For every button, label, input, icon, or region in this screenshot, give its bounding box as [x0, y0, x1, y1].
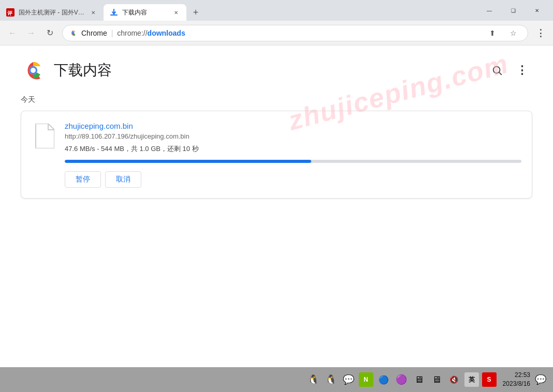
tab-2[interactable]: 下载内容 ✕: [104, 4, 186, 21]
download-card: zhujiceping.com.bin http://89.106.207.19…: [21, 111, 532, 199]
address-bar[interactable]: Chrome | chrome://downloads ⬆ ☆: [62, 25, 528, 41]
taskbar-notify-button[interactable]: 💬: [532, 371, 549, 388]
cancel-button[interactable]: 取消: [105, 171, 141, 188]
more-options-button[interactable]: ⋮: [512, 60, 532, 81]
clock-date: 2023/8/16: [503, 380, 530, 388]
svg-point-6: [31, 68, 36, 73]
chrome-logo-big: [21, 58, 46, 83]
taskbar: 🐧 🐧 💬 N 🔵 🟣 🖥 🖥 🔇 英 S 22:53 2023/8/16: [0, 367, 553, 392]
more-menu-button[interactable]: ⋮: [532, 25, 549, 41]
address-url-highlight: downloads: [148, 29, 185, 37]
search-button[interactable]: [487, 60, 507, 81]
browser-window: 评 国外主机测评 - 国外VPS，国... ✕ 下载内容 ✕: [0, 0, 553, 392]
svg-line-8: [499, 72, 501, 74]
forward-button[interactable]: →: [23, 25, 39, 41]
file-icon: [32, 122, 56, 150]
share-button[interactable]: ⬆: [484, 25, 501, 41]
toolbar: ← → ↻ Chrome | chrome://downloads ⬆ ☆: [0, 21, 553, 46]
address-text: Chrome | chrome://downloads: [81, 29, 480, 37]
tab2-favicon: [110, 8, 118, 17]
taskbar-qq1-icon[interactable]: 🐧: [306, 372, 321, 387]
tab-1[interactable]: 评 国外主机测评 - 国外VPS，国... ✕: [0, 4, 104, 21]
new-tab-button[interactable]: +: [188, 5, 203, 20]
taskbar-qq2-icon[interactable]: 🐧: [324, 372, 338, 387]
chrome-icon-small: [69, 29, 77, 37]
tab1-close-button[interactable]: ✕: [89, 8, 97, 17]
progress-bar-container: [65, 160, 521, 163]
back-button[interactable]: ←: [4, 25, 21, 41]
address-url-prefix: chrome://: [117, 29, 147, 37]
taskbar-app-icon[interactable]: 🟣: [394, 372, 409, 387]
page-title: 下载内容: [54, 61, 112, 80]
tabs-area: 评 国外主机测评 - 国外VPS，国... ✕ 下载内容 ✕: [0, 0, 473, 21]
download-status: 47.6 MB/s - 544 MB，共 1.0 GB，还剩 10 秒: [65, 144, 521, 154]
tab2-close-button[interactable]: ✕: [172, 8, 180, 17]
download-url: http://89.106.207.196/zhujiceping.com.bi…: [65, 132, 521, 140]
address-site-name: Chrome: [81, 29, 107, 37]
tab1-favicon: 评: [6, 8, 14, 17]
clock-time: 22:53: [515, 371, 530, 380]
downloads-header: 下载内容 ⋮: [21, 58, 532, 83]
refresh-button[interactable]: ↻: [41, 25, 58, 41]
taskbar-display2-icon[interactable]: 🖥: [429, 372, 444, 387]
svg-point-3: [72, 32, 75, 34]
section-today-label: 今天: [21, 95, 532, 104]
window-controls: — ❑ ✕: [473, 0, 553, 21]
header-actions: ⋮: [487, 60, 532, 81]
download-actions: 暂停 取消: [65, 171, 521, 188]
titlebar: 评 国外主机测评 - 国外VPS，国... ✕ 下载内容 ✕: [0, 0, 553, 21]
taskbar-mute-icon[interactable]: 🔇: [447, 372, 461, 387]
svg-text:评: 评: [7, 10, 13, 16]
restore-button[interactable]: ❑: [501, 2, 525, 19]
tab2-title: 下载内容: [122, 8, 168, 17]
taskbar-lang-icon[interactable]: 英: [464, 372, 479, 387]
downloads-title-area: 下载内容: [21, 58, 112, 83]
taskbar-bluetooth-icon[interactable]: 🔵: [376, 372, 391, 387]
taskbar-nvidia-icon[interactable]: N: [359, 372, 373, 387]
tab1-title: 国外主机测评 - 国外VPS，国...: [19, 8, 85, 17]
taskbar-display1-icon[interactable]: 🖥: [412, 372, 426, 387]
download-info: zhujiceping.com.bin http://89.106.207.19…: [65, 122, 521, 188]
taskbar-clock: 22:53 2023/8/16: [503, 371, 530, 388]
page-content: zhujiceping.com: [0, 46, 553, 367]
toolbar-actions: ⋮: [532, 25, 549, 41]
minimize-button[interactable]: —: [477, 2, 501, 19]
taskbar-wechat-icon[interactable]: 💬: [341, 372, 356, 387]
close-button[interactable]: ✕: [525, 2, 549, 19]
address-separator: |: [111, 29, 115, 37]
progress-bar-fill: [65, 160, 311, 163]
taskbar-icons: 🐧 🐧 💬 N 🔵 🟣 🖥 🖥 🔇 英 S: [306, 372, 497, 387]
taskbar-sogou-icon[interactable]: S: [482, 372, 497, 387]
bookmark-button[interactable]: ☆: [505, 25, 521, 41]
download-filename[interactable]: zhujiceping.com.bin: [65, 122, 521, 130]
pause-button[interactable]: 暂停: [65, 171, 101, 188]
